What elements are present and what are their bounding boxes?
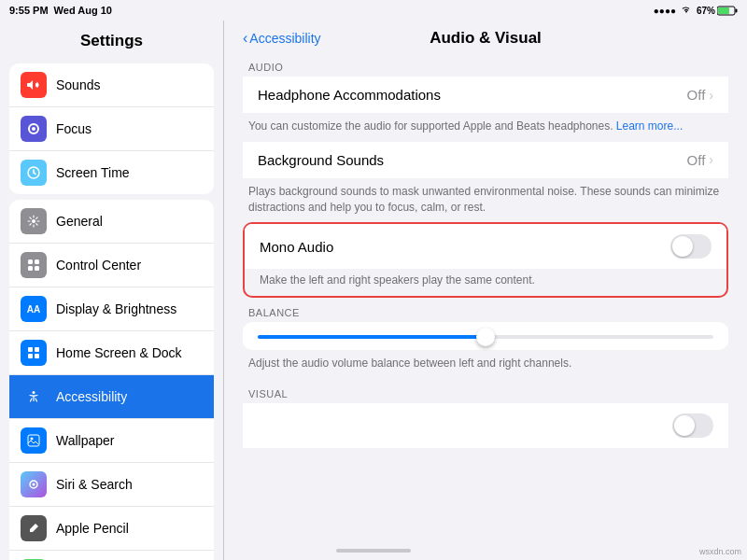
audio-section-label: AUDIO — [248, 62, 723, 73]
headphone-accommodations-description: You can customize the audio for supporte… — [243, 115, 728, 142]
home-screen-dock-icon — [21, 340, 47, 366]
chevron-right-icon-2: › — [709, 152, 713, 167]
sidebar-item-face-id-passcode[interactable]: Face ID & Passcode — [9, 551, 214, 560]
status-bar: 9:55 PM Wed Aug 10 ●●●● 67% — [0, 0, 747, 21]
mono-audio-toggle[interactable] — [670, 234, 712, 259]
sounds-icon — [21, 72, 47, 98]
sidebar-item-siri-search[interactable]: Siri & Search — [9, 463, 214, 507]
battery-percent: 67% — [697, 6, 715, 16]
mono-audio-label: Mono Audio — [260, 239, 333, 255]
headphone-accommodations-label: Headphone Accommodations — [258, 87, 441, 103]
focus-icon — [21, 116, 47, 142]
led-flash-toggle[interactable] — [672, 413, 713, 438]
sidebar-item-wallpaper[interactable]: Wallpaper — [9, 419, 214, 463]
svg-rect-5 — [28, 259, 33, 264]
nav-back-button[interactable]: ‹ Accessibility — [243, 30, 321, 47]
led-flash-row[interactable] — [243, 403, 728, 448]
svg-point-13 — [33, 391, 35, 394]
background-sounds-row[interactable]: Background Sounds Off › — [243, 142, 728, 178]
sidebar-group-2: General Control Center AA Display & Brig… — [9, 200, 214, 560]
chevron-right-icon: › — [709, 88, 713, 103]
mono-audio-toggle-thumb — [672, 236, 693, 257]
mono-audio-row[interactable]: Mono Audio — [245, 224, 726, 269]
wallpaper-icon — [21, 427, 47, 454]
accessibility-icon — [21, 384, 47, 410]
svg-point-15 — [31, 438, 34, 441]
headphone-accommodations-value-text: Off — [687, 87, 706, 103]
svg-point-17 — [33, 483, 35, 486]
svg-rect-1 — [736, 8, 738, 12]
sidebar-item-accessibility-label: Accessibility — [56, 389, 127, 404]
content-body: AUDIO Headphone Accommodations Off › You… — [224, 62, 747, 469]
balance-description: Adjust the audio volume balance between … — [243, 352, 728, 379]
sidebar-item-apple-pencil[interactable]: Apple Pencil — [9, 507, 214, 551]
sidebar-group-1: Sounds Focus Screen Time — [9, 63, 214, 194]
headphone-accommodations-group: Headphone Accommodations Off › — [243, 77, 728, 113]
sidebar-item-apple-pencil-label: Apple Pencil — [56, 521, 129, 536]
sidebar-item-wallpaper-label: Wallpaper — [56, 433, 115, 448]
balance-group — [243, 322, 728, 350]
background-sounds-group: Background Sounds Off › — [243, 142, 728, 178]
sidebar-title: Settings — [0, 21, 223, 58]
sidebar: Settings Sounds Focus Screen Time — [0, 21, 224, 560]
led-flash-toggle-thumb — [674, 415, 695, 436]
balance-section-label: BALANCE — [248, 307, 723, 318]
general-icon — [21, 208, 47, 234]
background-sounds-description: Plays background sounds to mask unwanted… — [243, 180, 728, 223]
sidebar-item-accessibility[interactable]: Accessibility — [9, 375, 214, 419]
wifi-icon — [680, 5, 693, 16]
sidebar-item-screen-time[interactable]: Screen Time — [9, 151, 214, 194]
svg-rect-11 — [28, 354, 33, 358]
scroll-indicator — [336, 549, 411, 553]
svg-rect-14 — [28, 435, 39, 446]
watermark: wsxdn.com — [699, 547, 741, 556]
svg-rect-10 — [35, 347, 39, 352]
mono-audio-description: Make the left and right speakers play th… — [245, 269, 726, 296]
led-flash-group — [243, 403, 728, 448]
signal-icon: ●●●● — [654, 6, 676, 16]
app-container: Settings Sounds Focus Screen Time — [0, 21, 747, 560]
balance-section — [243, 322, 728, 350]
headphone-accommodations-value: Off › — [687, 87, 713, 103]
sidebar-item-focus[interactable]: Focus — [9, 107, 214, 151]
background-sounds-value-text: Off — [687, 152, 706, 168]
status-time: 9:55 PM — [9, 5, 49, 16]
sidebar-item-general[interactable]: General — [9, 200, 214, 244]
display-brightness-icon: AA — [21, 296, 47, 322]
sidebar-item-sounds[interactable]: Sounds — [9, 63, 214, 107]
visual-section-label: VISUAL — [248, 388, 723, 399]
sidebar-item-home-screen-dock[interactable]: Home Screen & Dock — [9, 331, 214, 375]
status-time-date: 9:55 PM Wed Aug 10 — [9, 5, 112, 16]
sidebar-item-screen-time-label: Screen Time — [56, 165, 130, 180]
background-sounds-label: Background Sounds — [258, 152, 384, 168]
status-date: Wed Aug 10 — [54, 5, 112, 16]
sidebar-item-home-screen-dock-label: Home Screen & Dock — [56, 345, 182, 360]
svg-rect-8 — [35, 266, 39, 271]
balance-slider-fill — [258, 335, 486, 339]
nav-bar: ‹ Accessibility Audio & Visual — [224, 21, 747, 52]
background-sounds-value: Off › — [687, 152, 713, 168]
sidebar-item-general-label: General — [56, 214, 103, 229]
main-content: ‹ Accessibility Audio & Visual AUDIO Hea… — [224, 21, 747, 560]
screen-time-icon — [21, 160, 47, 186]
nav-back-chevron-icon: ‹ — [243, 30, 247, 47]
page-title: Audio & Visual — [430, 29, 542, 48]
nav-back-label: Accessibility — [249, 31, 320, 46]
sidebar-item-display-brightness[interactable]: AA Display & Brightness — [9, 287, 214, 331]
svg-rect-9 — [28, 347, 33, 352]
mono-audio-highlighted-group: Mono Audio Make the left and right speak… — [243, 222, 728, 298]
learn-more-link[interactable]: Learn more... — [616, 119, 683, 133]
svg-rect-7 — [28, 266, 33, 271]
battery-icon: 67% — [697, 6, 738, 16]
svg-rect-12 — [35, 354, 39, 358]
svg-rect-2 — [718, 7, 729, 14]
sidebar-item-control-center[interactable]: Control Center — [9, 244, 214, 287]
sidebar-item-focus-label: Focus — [56, 121, 92, 136]
balance-slider-thumb[interactable] — [476, 328, 495, 346]
sidebar-item-display-brightness-label: Display & Brightness — [56, 301, 176, 316]
svg-point-4 — [32, 219, 35, 223]
balance-slider-track[interactable] — [258, 335, 713, 339]
apple-pencil-icon — [21, 515, 47, 541]
headphone-accommodations-row[interactable]: Headphone Accommodations Off › — [243, 77, 728, 113]
status-indicators: ●●●● 67% — [654, 5, 738, 16]
